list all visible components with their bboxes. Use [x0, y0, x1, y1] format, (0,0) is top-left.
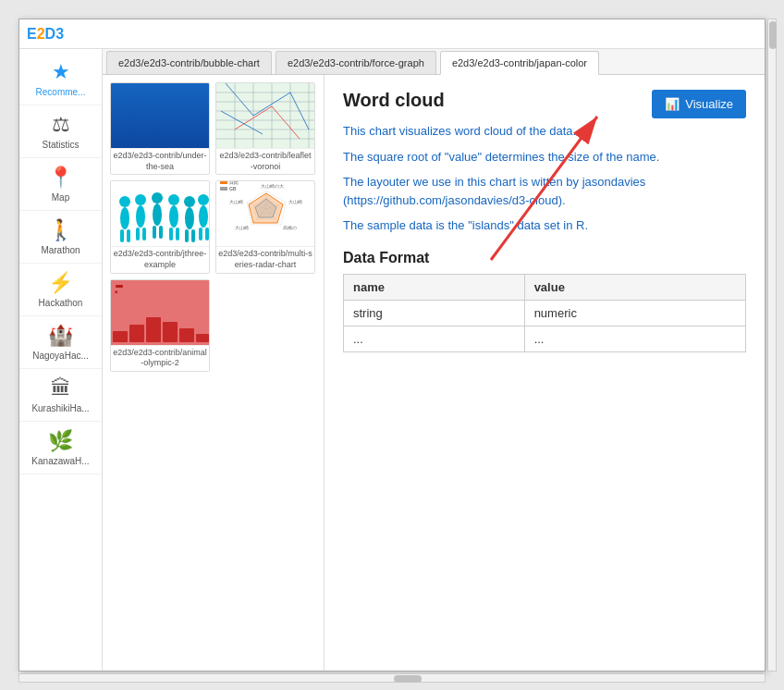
svg-rect-33	[169, 228, 173, 240]
animal-thumbnail: ■	[111, 280, 210, 345]
caption-under-the-sea: e2d3/e2d3-contrib/under-the-sea	[111, 148, 209, 174]
svg-rect-26	[142, 228, 146, 240]
person-icon: 🚶	[48, 218, 73, 242]
sea-thumbnail	[111, 83, 210, 148]
scrollbar-thumb-outer[interactable]	[769, 21, 777, 49]
svg-rect-44	[220, 181, 227, 184]
gallery-item-animal[interactable]: ■ e2d3/e2	[110, 279, 210, 372]
gallery-item-voronoi[interactable]: e2d3/e2d3-contrib/leaflet-voronoi	[215, 82, 315, 175]
caption-voronoi: e2d3/e2d3-contrib/leaflet-voronoi	[216, 148, 314, 174]
caption-radar: e2d3/e2d3-contrib/multi-series-radar-cha…	[216, 246, 314, 272]
svg-rect-41	[199, 228, 202, 240]
description-3: The layouter we use in this chart is wit…	[343, 173, 746, 209]
sidebar-item-nagoya[interactable]: 🏰 NagoyaHac...	[19, 316, 102, 369]
top-bar: E2D3	[19, 19, 765, 49]
svg-rect-30	[159, 226, 163, 239]
content-area: e2d3/e2d3-contrib/bubble-chart e2d3/e2d3…	[103, 49, 765, 671]
svg-rect-22	[127, 229, 130, 242]
star-icon: ★	[52, 60, 70, 84]
svg-point-35	[185, 207, 194, 229]
caption-jthree: e2d3/e2d3-contrib/jthree-example	[111, 246, 209, 272]
svg-text:日比: 日比	[229, 181, 239, 185]
svg-text:■: ■	[115, 289, 117, 294]
sidebar-label-statistics: Statistics	[42, 140, 79, 150]
svg-point-28	[152, 192, 163, 203]
radar-thumbnail: 日比 GB	[216, 181, 315, 246]
caption-animal: e2d3/e2d3-contrib/animal-olympic-2	[111, 345, 209, 371]
sidebar-item-map[interactable]: 📍 Map	[19, 158, 102, 211]
tabs-bar: e2d3/e2d3-contrib/bubble-chart e2d3/e2d3…	[103, 49, 765, 75]
svg-text:大山崎: 大山崎	[235, 225, 249, 230]
table-row: string numeric	[344, 300, 746, 326]
balance-icon: ⚖	[52, 113, 70, 137]
sidebar-label-kurashiki: KurashikiHa...	[31, 403, 89, 413]
sidebar-item-kurashiki[interactable]: 🏛 KurashikiHa...	[19, 369, 102, 422]
lightning-icon: ⚡	[48, 271, 73, 295]
svg-point-24	[135, 194, 146, 205]
svg-point-32	[168, 194, 179, 205]
svg-rect-25	[136, 228, 140, 240]
voronoi-svg	[216, 83, 315, 148]
description-4: The sample data is the "islands" data se…	[343, 216, 746, 235]
svg-point-36	[184, 196, 195, 207]
radar-svg: 日比 GB	[216, 181, 315, 246]
svg-point-23	[136, 205, 145, 228]
svg-point-27	[153, 203, 162, 226]
castle-icon: 🏰	[48, 324, 73, 348]
sidebar-item-hackathon[interactable]: ⚡ Hackathon	[19, 264, 102, 316]
gallery-grid: e2d3/e2d3-contrib/under-the-sea	[110, 82, 316, 372]
tab-bubble-chart[interactable]: e2d3/e2d3-contrib/bubble-chart	[106, 51, 272, 74]
svg-rect-64	[116, 285, 123, 288]
thumb-radar: 日比 GB	[216, 181, 315, 246]
gallery-item-radar[interactable]: 日比 GB	[215, 180, 315, 273]
map-pin-icon: 📍	[48, 166, 73, 190]
sidebar-label-map: Map	[52, 192, 69, 203]
gallery-item-jthree[interactable]: e2d3/e2d3-contrib/jthree-example	[110, 180, 210, 273]
horizontal-scrollbar-outer	[18, 673, 766, 683]
app-window: E2D3 ★ Recomme... ⚖ Statistics 📍 Map 🚶 M…	[18, 18, 766, 672]
col-header-value: value	[524, 274, 745, 300]
app-logo: E2D3	[27, 26, 64, 43]
detail-panel: Word cloud 📊 Visualize This chart visual…	[325, 75, 765, 671]
table-row: ... ...	[344, 326, 746, 351]
svg-text:高橋の: 高橋の	[283, 225, 297, 230]
svg-rect-67	[129, 325, 144, 342]
svg-point-40	[198, 194, 209, 205]
thumb-under-the-sea	[111, 83, 210, 148]
sidebar-item-statistics[interactable]: ⚖ Statistics	[19, 105, 102, 158]
description-2: The square root of "value" determines th…	[343, 148, 746, 166]
sidebar-label-marathon: Marathon	[41, 245, 80, 255]
cell-name-ellipsis: ...	[344, 326, 525, 351]
svg-rect-69	[163, 322, 178, 342]
sidebar-label-recommended: Recomme...	[36, 87, 86, 97]
svg-text:GB: GB	[229, 186, 237, 191]
svg-point-20	[119, 196, 130, 207]
logo-3: 3	[55, 26, 64, 42]
svg-rect-38	[191, 229, 195, 242]
visualize-button-label: Visualize	[685, 97, 733, 111]
tab-force-graph[interactable]: e2d3/e2d3-contrib/force-graph	[276, 51, 436, 74]
jthree-svg	[111, 181, 210, 246]
vertical-scrollbar-outer	[767, 18, 777, 672]
svg-rect-34	[176, 228, 179, 240]
sidebar-item-kanazawa[interactable]: 🌿 KanazawaH...	[19, 422, 102, 474]
data-format-table: name value string numeric ... ...	[343, 274, 746, 352]
visualize-button[interactable]: 📊 Visualize	[652, 90, 746, 118]
tab-japan-color[interactable]: e2d3/e2d3-contrib/japan-color	[440, 51, 599, 75]
svg-rect-37	[185, 229, 189, 242]
svg-text:大山崎の大: 大山崎の大	[261, 183, 284, 189]
sidebar-item-recommended[interactable]: ★ Recomme...	[19, 53, 102, 105]
thumb-animal: ■	[111, 280, 210, 345]
animal-svg: ■	[111, 280, 210, 345]
sidebar-item-marathon[interactable]: 🚶 Marathon	[19, 211, 102, 264]
scrollbar-thumb-h-outer[interactable]	[394, 675, 422, 683]
gallery-panel: e2d3/e2d3-contrib/under-the-sea	[103, 75, 325, 671]
gallery-item-under-the-sea[interactable]: e2d3/e2d3-contrib/under-the-sea	[110, 82, 210, 175]
svg-text:大山崎: 大山崎	[229, 199, 243, 204]
inner-content: e2d3/e2d3-contrib/under-the-sea	[103, 75, 765, 671]
sidebar-label-hackathon: Hackathon	[39, 298, 83, 308]
jthree-thumbnail	[111, 181, 210, 246]
svg-rect-71	[196, 334, 209, 342]
cell-value-ellipsis: ...	[524, 326, 745, 351]
svg-rect-66	[113, 331, 128, 342]
